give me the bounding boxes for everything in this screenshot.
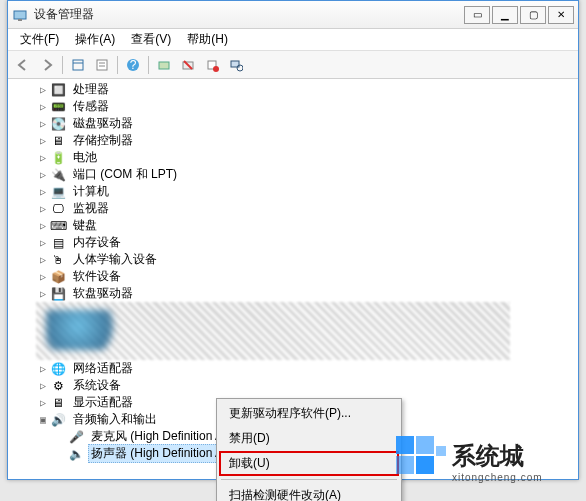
collapse-icon[interactable]: ▣ [36, 414, 50, 425]
toolbar-separator [117, 56, 118, 74]
maximize-button[interactable]: ▢ [520, 6, 546, 24]
ctx-update-driver[interactable]: 更新驱动程序软件(P)... [219, 401, 399, 426]
expand-icon[interactable]: ▷ [36, 186, 50, 197]
tree-node[interactable]: ▷🌐网络适配器 [16, 360, 570, 377]
tree-node[interactable]: ▷🖱人体学输入设备 [16, 251, 570, 268]
expand-icon[interactable]: ▷ [36, 220, 50, 231]
tree-node[interactable]: ▷📟传感器 [16, 98, 570, 115]
expand-icon[interactable]: ▷ [36, 203, 50, 214]
properties-button[interactable] [91, 54, 113, 76]
audio-icon: 🔊 [50, 412, 66, 428]
ctx-disable[interactable]: 禁用(D) [219, 426, 399, 451]
close-button[interactable]: ✕ [548, 6, 574, 24]
svg-rect-2 [18, 19, 22, 21]
svg-rect-0 [14, 11, 26, 19]
menu-file[interactable]: 文件(F) [12, 29, 67, 50]
tree-node[interactable]: ▷💾软盘驱动器 [16, 285, 570, 302]
expand-icon[interactable]: ▷ [36, 152, 50, 163]
tree-node[interactable]: ▷💻计算机 [16, 183, 570, 200]
svg-rect-3 [73, 60, 83, 70]
network-icon: 🌐 [50, 361, 66, 377]
display-icon: 🖥 [50, 395, 66, 411]
uninstall-button[interactable] [177, 54, 199, 76]
menu-action[interactable]: 操作(A) [67, 29, 123, 50]
sensor-icon: 📟 [50, 99, 66, 115]
monitor-icon: 🖵 [50, 201, 66, 217]
expand-icon[interactable]: ▷ [36, 288, 50, 299]
battery-icon: 🔋 [50, 150, 66, 166]
floppy-icon: 💾 [50, 286, 66, 302]
port-icon: 🔌 [50, 167, 66, 183]
svg-text:?: ? [130, 58, 137, 72]
speaker-icon: 🎤 [68, 429, 84, 445]
expand-icon[interactable]: ▷ [36, 237, 50, 248]
context-menu: 更新驱动程序软件(P)... 禁用(D) 卸载(U) 扫描检测硬件改动(A) 属… [216, 398, 402, 501]
ctx-separator [221, 479, 397, 480]
scan-button[interactable] [225, 54, 247, 76]
expand-icon[interactable]: ▷ [36, 118, 50, 129]
tree-node[interactable]: ▷🖥存储控制器 [16, 132, 570, 149]
forward-button[interactable] [36, 54, 58, 76]
tree-node[interactable]: ▷🔋电池 [16, 149, 570, 166]
disk-icon: 💽 [50, 116, 66, 132]
speaker-icon: 🔈 [68, 446, 84, 462]
computer-icon: 💻 [50, 184, 66, 200]
svg-rect-5 [97, 60, 107, 70]
disable-button[interactable] [201, 54, 223, 76]
ctx-scan[interactable]: 扫描检测硬件改动(A) [219, 483, 399, 501]
show-hide-button[interactable] [67, 54, 89, 76]
back-button[interactable] [12, 54, 34, 76]
blurred-region [36, 302, 510, 360]
toolbar-separator [148, 56, 149, 74]
toolbar-separator [62, 56, 63, 74]
hid-icon: 🖱 [50, 252, 66, 268]
expand-icon[interactable]: ▷ [36, 135, 50, 146]
tree-node[interactable]: ▷📦软件设备 [16, 268, 570, 285]
tree-node[interactable]: ▷🔲处理器 [16, 81, 570, 98]
tree-node[interactable]: ▷⚙系统设备 [16, 377, 570, 394]
expand-icon[interactable]: ▷ [36, 169, 50, 180]
svg-point-16 [237, 65, 243, 71]
menubar: 文件(F) 操作(A) 查看(V) 帮助(H) [8, 29, 578, 51]
expand-icon[interactable]: ▷ [36, 271, 50, 282]
tree-node[interactable]: ▷⌨键盘 [16, 217, 570, 234]
ctx-uninstall[interactable]: 卸载(U) [219, 451, 399, 476]
app-icon [12, 7, 28, 23]
tree-label: 软盘驱动器 [70, 284, 136, 303]
expand-icon[interactable]: ▷ [36, 84, 50, 95]
toolbar: ? [8, 51, 578, 79]
tree-node[interactable]: ▷🖵监视器 [16, 200, 570, 217]
system-icon: ⚙ [50, 378, 66, 394]
expand-icon[interactable]: ▷ [36, 380, 50, 391]
svg-rect-10 [159, 62, 169, 69]
window-title: 设备管理器 [34, 6, 464, 23]
storage-icon: 🖥 [50, 133, 66, 149]
help-button[interactable]: ? [122, 54, 144, 76]
window-buttons: ▭ ▁ ▢ ✕ [464, 6, 574, 24]
keyboard-icon: ⌨ [50, 218, 66, 234]
expand-icon[interactable]: ▷ [36, 101, 50, 112]
svg-point-14 [213, 66, 219, 72]
tree-node[interactable]: ▷▤内存设备 [16, 234, 570, 251]
software-icon: 📦 [50, 269, 66, 285]
menu-view[interactable]: 查看(V) [123, 29, 179, 50]
extra-button[interactable]: ▭ [464, 6, 490, 24]
cpu-icon: 🔲 [50, 82, 66, 98]
memory-icon: ▤ [50, 235, 66, 251]
titlebar: 设备管理器 ▭ ▁ ▢ ✕ [8, 1, 578, 29]
tree-node[interactable]: ▷💽磁盘驱动器 [16, 115, 570, 132]
expand-icon[interactable]: ▷ [36, 363, 50, 374]
update-driver-button[interactable] [153, 54, 175, 76]
expand-icon[interactable]: ▷ [36, 397, 50, 408]
minimize-button[interactable]: ▁ [492, 6, 518, 24]
menu-help[interactable]: 帮助(H) [179, 29, 236, 50]
expand-icon[interactable]: ▷ [36, 254, 50, 265]
tree-node[interactable]: ▷🔌端口 (COM 和 LPT) [16, 166, 570, 183]
